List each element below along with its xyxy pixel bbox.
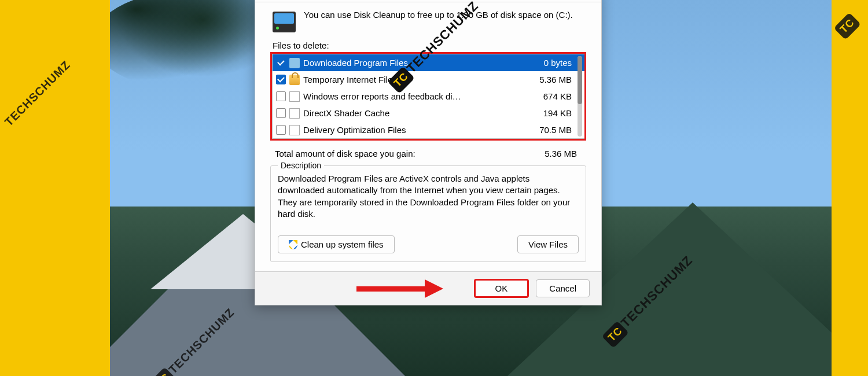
file-category-checkbox[interactable] — [276, 58, 286, 68]
file-category-row[interactable]: Delivery Optimization Files70.5 MB — [273, 121, 584, 138]
dialog-footer: OK Cancel — [255, 271, 601, 305]
file-category-row[interactable]: Windows error reports and feedback di…67… — [273, 88, 584, 105]
file-category-checkbox[interactable] — [276, 75, 286, 84]
file-category-label: Windows error reports and feedback di… — [303, 91, 522, 101]
cleanup-system-files-label: Clean up system files — [301, 239, 384, 249]
folder-icon — [289, 58, 300, 68]
intro-text: You can use Disk Cleanup to free up to 1… — [304, 9, 573, 21]
description-heading: Description — [278, 161, 324, 170]
files-list-highlight: Downloaded Program Files0 bytesTemporary… — [270, 52, 586, 141]
file-icon — [289, 91, 300, 102]
total-gain-value: 5.36 MB — [545, 149, 577, 158]
file-category-row[interactable]: DirectX Shader Cache194 KB — [273, 105, 584, 121]
file-category-label: Delivery Optimization Files — [303, 125, 522, 135]
ok-button[interactable]: OK — [474, 279, 529, 298]
file-category-label: Temporary Internet Files — [303, 75, 522, 84]
yellow-bar-right — [832, 0, 868, 376]
file-category-label: Downloaded Program Files — [303, 58, 522, 68]
total-gain-label: Total amount of disk space you gain: — [275, 149, 545, 158]
file-category-size: 674 KB — [525, 91, 572, 101]
file-icon — [289, 108, 300, 119]
file-category-size: 194 KB — [525, 108, 572, 118]
file-category-label: DirectX Shader Cache — [303, 108, 522, 118]
description-text: Downloaded Program Files are ActiveX con… — [278, 173, 579, 225]
file-category-size: 0 bytes — [525, 58, 572, 68]
file-category-checkbox[interactable] — [276, 125, 286, 135]
files-listbox[interactable]: Downloaded Program Files0 bytesTemporary… — [272, 54, 584, 139]
file-category-size: 70.5 MB — [525, 125, 572, 135]
yellow-bar-left — [0, 0, 110, 376]
disk-cleanup-dialog: You can use Disk Cleanup to free up to 1… — [255, 0, 602, 305]
file-icon — [289, 125, 300, 135]
view-files-button[interactable]: View Files — [517, 235, 579, 253]
annotation-arrow — [356, 282, 443, 295]
uac-shield-icon — [289, 240, 297, 249]
file-category-checkbox[interactable] — [276, 91, 286, 101]
description-groupbox: Description Downloaded Program Files are… — [270, 165, 586, 262]
cancel-button[interactable]: Cancel — [536, 279, 590, 297]
cleanup-system-files-button[interactable]: Clean up system files — [278, 235, 395, 253]
cancel-button-label: Cancel — [549, 283, 576, 293]
lock-icon — [289, 75, 300, 85]
files-to-delete-label: Files to delete: — [273, 40, 590, 50]
ok-button-label: OK — [495, 283, 508, 293]
file-category-checkbox[interactable] — [276, 108, 286, 118]
list-scrollbar[interactable] — [578, 56, 582, 137]
drive-icon — [273, 12, 296, 32]
view-files-label: View Files — [528, 239, 568, 249]
file-category-row[interactable]: Downloaded Program Files0 bytes — [273, 54, 584, 71]
file-category-size: 5.36 MB — [525, 75, 572, 84]
file-category-row[interactable]: Temporary Internet Files5.36 MB — [273, 71, 584, 88]
